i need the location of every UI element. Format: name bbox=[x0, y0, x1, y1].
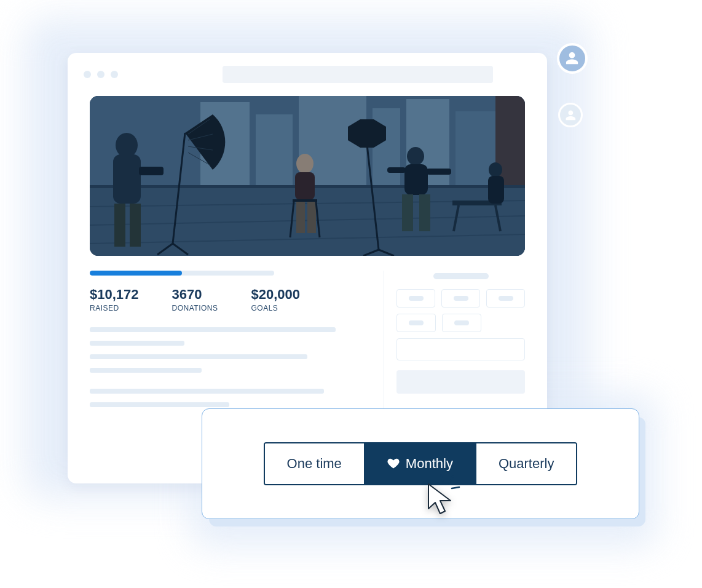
donation-sidebar bbox=[384, 271, 525, 416]
browser-titlebar bbox=[68, 53, 547, 96]
frequency-label: Quarterly bbox=[499, 456, 554, 472]
user-icon bbox=[565, 51, 579, 65]
campaign-stats: $10,172 RAISED 3670 DONATIONS $20,000 GO… bbox=[90, 287, 369, 312]
frequency-label: One time bbox=[287, 456, 342, 472]
amount-chip[interactable] bbox=[396, 289, 435, 308]
frequency-option-monthly[interactable]: Monthly bbox=[364, 443, 475, 484]
amount-chip[interactable] bbox=[442, 314, 481, 332]
frequency-option-one-time[interactable]: One time bbox=[265, 443, 364, 484]
svg-rect-44 bbox=[90, 96, 525, 256]
user-avatar-primary[interactable] bbox=[557, 43, 588, 74]
address-bar[interactable] bbox=[223, 66, 493, 83]
cursor-icon bbox=[426, 483, 454, 516]
stat-donations-value: 3670 bbox=[172, 287, 218, 303]
amount-chip[interactable] bbox=[441, 289, 480, 308]
donation-frequency-card: One time Monthly Quarterly bbox=[202, 408, 639, 519]
stat-raised-label: RAISED bbox=[90, 304, 139, 312]
user-icon bbox=[565, 109, 577, 121]
donate-button-placeholder[interactable] bbox=[396, 370, 525, 394]
window-maximize-dot[interactable] bbox=[111, 71, 118, 78]
fundraising-progress-fill bbox=[90, 271, 182, 276]
user-avatar-secondary[interactable] bbox=[558, 103, 583, 127]
heart-icon bbox=[387, 458, 400, 470]
window-close-dot[interactable] bbox=[84, 71, 91, 78]
stat-goals-label: GOALS bbox=[251, 304, 300, 312]
window-minimize-dot[interactable] bbox=[97, 71, 105, 78]
campaign-main-column: $10,172 RAISED 3670 DONATIONS $20,000 GO… bbox=[90, 271, 369, 416]
stat-goals: $20,000 GOALS bbox=[251, 287, 300, 312]
custom-amount-input[interactable] bbox=[396, 338, 525, 360]
fundraising-progress-bar bbox=[90, 271, 274, 276]
amount-chip[interactable] bbox=[486, 289, 525, 308]
frequency-label: Monthly bbox=[406, 456, 453, 472]
stat-donations-label: DONATIONS bbox=[172, 304, 218, 312]
frequency-option-quarterly[interactable]: Quarterly bbox=[475, 443, 576, 484]
sidebar-heading-placeholder bbox=[433, 273, 489, 279]
frequency-segmented-control: One time Monthly Quarterly bbox=[264, 442, 578, 485]
stat-goals-value: $20,000 bbox=[251, 287, 300, 303]
campaign-hero-image bbox=[90, 96, 525, 256]
stat-raised: $10,172 RAISED bbox=[90, 287, 139, 312]
stat-donations: 3670 DONATIONS bbox=[172, 287, 218, 312]
window-controls bbox=[84, 71, 118, 78]
amount-chip[interactable] bbox=[396, 314, 436, 332]
description-placeholder bbox=[90, 327, 369, 407]
stat-raised-value: $10,172 bbox=[90, 287, 139, 303]
